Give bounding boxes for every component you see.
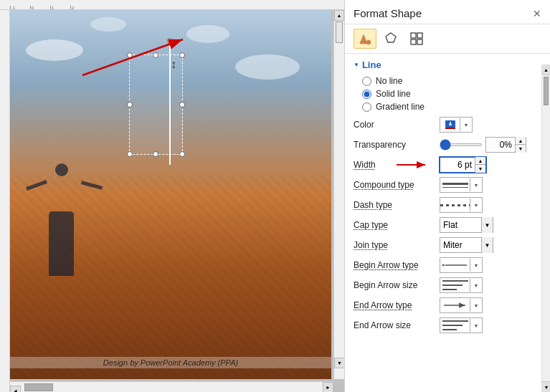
panel-content[interactable]: ▼ Line No line Solid line Gradient line … [345, 54, 550, 392]
compound-type-button[interactable]: ▼ [440, 177, 483, 193]
canvas-area: ·1 0 1 2 3 4 5 6 7 8 9 10 11 12 13 14 [0, 0, 344, 392]
svg-rect-7 [411, 39, 416, 44]
end-arrow-size-control: ▼ [440, 317, 541, 333]
slide-canvas[interactable]: ↕ Design by PowerPoint Academy (PPA) [10, 10, 331, 379]
no-line-row: No line [362, 75, 541, 87]
join-type-dropdown[interactable]: Miter ▼ [440, 237, 493, 253]
cap-type-label: Cap type [354, 220, 440, 230]
transparency-spin-up[interactable]: ▲ [516, 137, 526, 145]
transparency-control: ▲ ▼ [440, 137, 541, 153]
begin-arrow-size-control: ▼ [440, 277, 541, 293]
end-arrow-type-display [440, 299, 470, 312]
panel-header: Format Shape ✕ [345, 0, 550, 24]
join-type-control: Miter ▼ [440, 237, 541, 253]
person-silhouette [49, 211, 74, 276]
width-input[interactable] [440, 160, 475, 170]
scroll-right-btn[interactable]: ► [323, 382, 333, 392]
size-position-icon [409, 32, 424, 46]
section-collapse-arrow: ▼ [354, 62, 359, 68]
gradient-line-radio[interactable] [362, 102, 371, 112]
join-type-row: Join type Miter ▼ [345, 235, 550, 255]
dash-pattern-icon [440, 204, 470, 206]
width-spin-down[interactable]: ▼ [475, 165, 485, 173]
begin-arrow-type-row: Begin Arrow type ▼ [345, 255, 550, 275]
panel-close-button[interactable]: ✕ [533, 9, 541, 19]
transparency-input[interactable] [486, 140, 515, 150]
line-section-header[interactable]: ▼ Line [345, 54, 550, 73]
svg-rect-8 [417, 39, 422, 44]
tick: 0 [30, 6, 50, 10]
compound-type-control: ▼ [440, 177, 541, 193]
dash-type-control: ▼ [440, 197, 541, 213]
join-type-arrow[interactable]: ▼ [481, 237, 493, 253]
panel-scroll-up[interactable]: ▲ [542, 64, 550, 75]
color-control: ▼ [440, 117, 541, 133]
begin-arrow-size-button[interactable]: ▼ [440, 277, 483, 293]
svg-marker-4 [386, 33, 396, 42]
scroll-thumb-h[interactable] [24, 383, 53, 391]
cap-type-dropdown[interactable]: Flat ▼ [440, 217, 493, 233]
svg-rect-5 [411, 33, 416, 38]
compound-lines-icon [442, 183, 468, 188]
begin-arrow-size-label: Begin Arrow size [354, 280, 440, 290]
transparency-input-container: ▲ ▼ [485, 137, 526, 153]
end-arrow-size-dropdown-arrow[interactable]: ▼ [470, 319, 482, 332]
color-dropdown-arrow[interactable]: ▼ [460, 118, 472, 131]
panel-scroll-thumb[interactable] [544, 77, 549, 105]
cap-type-value: Flat [440, 220, 481, 230]
panel-title: Format Shape [354, 7, 422, 19]
dash-type-row: Dash type ▼ [345, 195, 550, 215]
scroll-up-btn[interactable]: ▲ [334, 10, 344, 21]
no-line-radio[interactable] [362, 77, 371, 86]
begin-arrow-icon [442, 260, 468, 270]
scroll-left-btn[interactable]: ◄ [10, 386, 21, 392]
begin-arrow-size-dropdown-arrow[interactable]: ▼ [470, 279, 482, 292]
width-spin-up[interactable]: ▲ [475, 157, 485, 165]
color-picker-button[interactable]: ▼ [440, 117, 473, 133]
panel-scrollbar[interactable]: ▲ ▼ [541, 64, 550, 392]
fill-line-icon [358, 32, 372, 46]
cap-type-arrow[interactable]: ▼ [481, 217, 493, 233]
end-arrow-type-dropdown-arrow[interactable]: ▼ [470, 299, 482, 312]
solid-line-radio[interactable] [362, 90, 371, 99]
pencil-icon [445, 120, 456, 130]
dash-type-display [440, 199, 470, 211]
svg-line-1 [82, 39, 183, 75]
svg-rect-2 [360, 42, 367, 44]
size-position-tab-button[interactable] [405, 29, 428, 49]
fill-line-tab-button[interactable] [354, 29, 376, 49]
cap-type-row: Cap type Flat ▼ [345, 215, 550, 235]
compound-type-label: Compound type [354, 180, 440, 190]
tick: ·1 [10, 6, 30, 10]
begin-arrow-type-control: ▼ [440, 257, 541, 273]
gradient-line-label[interactable]: Gradient line [376, 102, 425, 112]
dash-type-button[interactable]: ▼ [440, 197, 483, 213]
compound-type-display [440, 178, 470, 191]
rock-overlay [10, 176, 331, 379]
end-arrow-icon [442, 300, 468, 310]
join-type-value: Miter [440, 240, 481, 250]
scroll-thumb-v[interactable] [336, 21, 343, 43]
scrollbar-bottom[interactable]: ◄ ► [10, 381, 333, 392]
cap-type-control: Flat ▼ [440, 217, 541, 233]
solid-line-label[interactable]: Solid line [376, 89, 411, 99]
transparency-spin-down[interactable]: ▼ [516, 145, 526, 153]
begin-arrow-type-dropdown-arrow[interactable]: ▼ [470, 259, 482, 272]
dash-type-dropdown-arrow[interactable]: ▼ [470, 199, 482, 211]
end-arrow-size-label: End Arrow size [354, 320, 440, 330]
effects-tab-button[interactable] [379, 29, 402, 49]
no-line-label[interactable]: No line [376, 76, 402, 86]
end-arrow-type-button[interactable]: ▼ [440, 297, 483, 313]
scroll-down-btn[interactable]: ▼ [334, 358, 344, 368]
width-control: ▲ ▼ [440, 157, 541, 173]
compound-type-dropdown-arrow[interactable]: ▼ [470, 178, 482, 191]
end-arrow-size-button[interactable]: ▼ [440, 317, 483, 333]
scrollbar-right[interactable]: ▲ ▼ [333, 10, 344, 379]
panel-scroll-down[interactable]: ▼ [542, 381, 550, 392]
transparency-slider[interactable] [440, 143, 483, 146]
width-spinner: ▲ ▼ [475, 157, 485, 173]
person-head [55, 163, 68, 176]
begin-arrow-type-button[interactable]: ▼ [440, 257, 483, 273]
color-row: Color ▼ [345, 115, 550, 135]
color-swatch [440, 118, 460, 131]
